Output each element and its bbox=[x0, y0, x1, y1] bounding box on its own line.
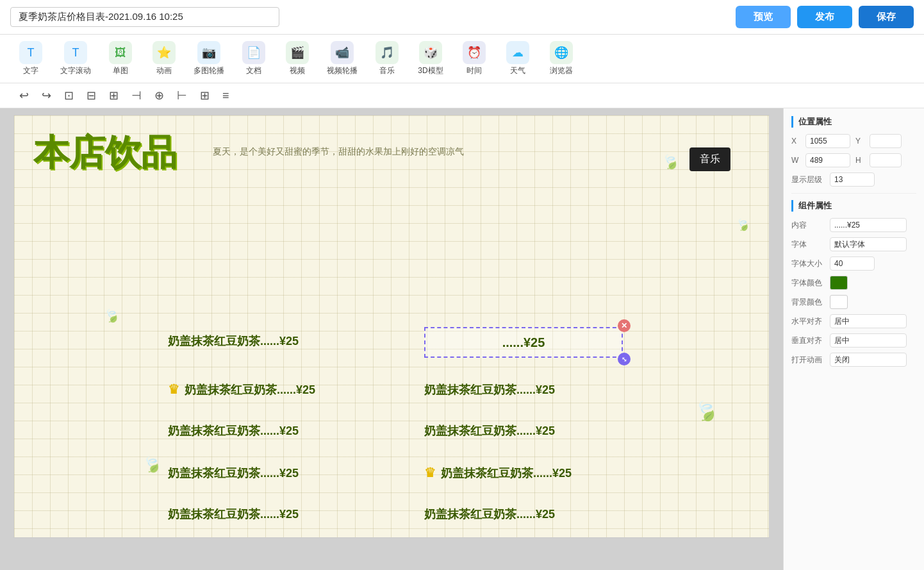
tool-item-text[interactable]: T 文字 bbox=[10, 38, 51, 79]
tool-icon-anim: ⭐ bbox=[153, 41, 176, 64]
undo-button[interactable]: ↩ bbox=[15, 86, 33, 105]
menu-item-left-2[interactable]: ♛奶盖抹茶红豆奶茶......¥25 bbox=[168, 381, 411, 398]
tool-item-time[interactable]: ⏰ 时间 bbox=[454, 38, 495, 79]
tool-item-music[interactable]: 🎵 音乐 bbox=[367, 38, 408, 79]
h-input[interactable] bbox=[870, 153, 902, 167]
align-center-h-button[interactable]: ⊟ bbox=[83, 86, 100, 105]
canvas-title[interactable]: 本店饮品 bbox=[33, 135, 177, 171]
content-input[interactable] bbox=[830, 218, 907, 232]
tool-item-weather[interactable]: ☁ 天气 bbox=[497, 38, 538, 79]
y-input[interactable] bbox=[870, 134, 902, 148]
layer-input[interactable] bbox=[830, 172, 875, 187]
close-handle[interactable]: ✕ bbox=[618, 319, 631, 332]
valign-input[interactable] bbox=[830, 333, 907, 348]
anim-input[interactable] bbox=[830, 353, 907, 367]
crown-icon-2: ♛ bbox=[168, 382, 179, 396]
align-left-button[interactable]: ⊣ bbox=[128, 86, 145, 105]
music-badge[interactable]: 音乐 bbox=[689, 147, 730, 171]
publish-button[interactable]: 发布 bbox=[797, 6, 852, 28]
tool-item-doc[interactable]: 📄 文档 bbox=[233, 38, 274, 79]
menu-item-right-2[interactable]: 奶盖抹茶红豆奶茶......¥25 bbox=[411, 382, 725, 398]
tool-item-model3d[interactable]: 🎲 3D模型 bbox=[410, 38, 451, 79]
w-input[interactable] bbox=[805, 153, 850, 167]
resize-handle[interactable]: ⤡ bbox=[618, 353, 631, 365]
tool-item-text-scroll[interactable]: T 文字滚动 bbox=[54, 38, 97, 79]
tool-item-multi-img[interactable]: 📷 多图轮播 bbox=[187, 38, 231, 79]
crown-icon-4: ♛ bbox=[424, 465, 436, 480]
toolbar: T 文字 T 文字滚动 🖼 单图 ⭐ 动画 📷 多图轮播 📄 文档 🎬 视频 📹… bbox=[0, 35, 924, 83]
tool-item-carousel[interactable]: 📹 视频轮播 bbox=[320, 38, 364, 79]
menu-row-1: 奶盖抹茶红豆奶茶......¥25 ✕ ......¥25 ⤡ bbox=[168, 333, 725, 349]
tool-label-browser: 浏览器 bbox=[550, 65, 573, 76]
fontcolor-swatch[interactable] bbox=[830, 276, 848, 290]
preview-button[interactable]: 预览 bbox=[736, 6, 791, 28]
menu-item-left-4[interactable]: 奶盖抹茶红豆奶茶......¥25 bbox=[168, 465, 411, 481]
tool-icon-doc: 📄 bbox=[242, 41, 265, 64]
halign-input[interactable] bbox=[830, 314, 907, 328]
font-input[interactable] bbox=[830, 237, 907, 251]
align-right-button[interactable]: ⊢ bbox=[173, 86, 191, 105]
redo-button[interactable]: ↪ bbox=[38, 86, 55, 105]
menu-item-right-3[interactable]: 奶盖抹茶红豆奶茶......¥25 bbox=[411, 423, 725, 439]
tool-item-browser[interactable]: 🌐 浏览器 bbox=[541, 38, 582, 79]
save-button[interactable]: 保存 bbox=[859, 6, 914, 28]
x-input[interactable] bbox=[805, 134, 850, 148]
menu-item-right-5[interactable]: 奶盖抹茶红豆奶茶......¥25 bbox=[411, 507, 725, 522]
tool-label-model3d: 3D模型 bbox=[418, 65, 443, 76]
tool-icon-weather: ☁ bbox=[506, 41, 529, 64]
valign-row: 垂直对齐 bbox=[791, 333, 916, 348]
fontsize-input[interactable] bbox=[830, 256, 875, 271]
tool-label-anim: 动画 bbox=[156, 65, 172, 76]
content-label: 内容 bbox=[791, 220, 830, 231]
tool-icon-browser: 🌐 bbox=[550, 41, 573, 64]
font-row: 字体 bbox=[791, 237, 916, 251]
canvas[interactable]: 本店饮品 夏天，是个美好又甜蜜的季节，甜甜的水果加上刚好的空调凉气 音乐 🍃 🍃… bbox=[13, 115, 770, 538]
tool-icon-video: 🎬 bbox=[286, 41, 309, 64]
menu-row-2: ♛奶盖抹茶红豆奶茶......¥25 奶盖抹茶红豆奶茶......¥25 bbox=[168, 381, 725, 398]
tool-label-weather: 天气 bbox=[510, 65, 525, 76]
tool-icon-text-scroll: T bbox=[64, 41, 87, 64]
align-left-top-button[interactable]: ⊡ bbox=[60, 86, 78, 105]
right-panel: 位置属性 X Y W H 显示层级 组件属性 内容 字体 字体 bbox=[783, 108, 924, 570]
main-area: 本店饮品 夏天，是个美好又甜蜜的季节，甜甜的水果加上刚好的空调凉气 音乐 🍃 🍃… bbox=[0, 108, 924, 570]
w-label: W bbox=[791, 156, 800, 165]
align-bottom-button[interactable]: ⊞ bbox=[105, 86, 122, 105]
distribute-v-button[interactable]: ≡ bbox=[219, 87, 233, 105]
y-label: Y bbox=[855, 137, 864, 146]
align-bar: ↩ ↪ ⊡ ⊟ ⊞ ⊣ ⊕ ⊢ ⊞ ≡ bbox=[0, 83, 924, 108]
selected-content: ......¥25 bbox=[502, 335, 545, 350]
menu-row-5: 奶盖抹茶红豆奶茶......¥25 奶盖抹茶红豆奶茶......¥25 bbox=[168, 507, 725, 522]
top-bar: 预览 发布 保存 bbox=[0, 0, 924, 35]
selected-box[interactable]: ✕ ......¥25 ⤡ bbox=[424, 327, 623, 358]
top-buttons: 预览 发布 保存 bbox=[736, 6, 914, 28]
title-input[interactable] bbox=[10, 7, 279, 27]
component-section-title: 组件属性 bbox=[791, 200, 916, 212]
bgcolor-swatch[interactable] bbox=[830, 295, 848, 309]
canvas-container[interactable]: 本店饮品 夏天，是个美好又甜蜜的季节，甜甜的水果加上刚好的空调凉气 音乐 🍃 🍃… bbox=[0, 108, 783, 570]
fontsize-row: 字体大小 bbox=[791, 256, 916, 271]
tool-label-music: 音乐 bbox=[379, 65, 395, 76]
fontsize-label: 字体大小 bbox=[791, 258, 830, 269]
layer-label: 显示层级 bbox=[791, 174, 830, 185]
tool-icon-single-img: 🖼 bbox=[109, 41, 132, 64]
tool-icon-model3d: 🎲 bbox=[419, 41, 442, 64]
menu-item-left-1[interactable]: 奶盖抹茶红豆奶茶......¥25 bbox=[168, 333, 411, 349]
menu-item-left-3[interactable]: 奶盖抹茶红豆奶茶......¥25 bbox=[168, 423, 411, 439]
canvas-subtitle[interactable]: 夏天，是个美好又甜蜜的季节，甜甜的水果加上刚好的空调凉气 bbox=[213, 146, 533, 158]
menu-item-left-5[interactable]: 奶盖抹茶红豆奶茶......¥25 bbox=[168, 507, 411, 522]
bgcolor-label: 背景颜色 bbox=[791, 297, 830, 308]
tool-item-video[interactable]: 🎬 视频 bbox=[277, 38, 318, 79]
tool-item-anim[interactable]: ⭐ 动画 bbox=[144, 38, 185, 79]
menu-item-right-4[interactable]: ♛奶盖抹茶红豆奶茶......¥25 bbox=[411, 465, 725, 481]
align-center-v-button[interactable]: ⊕ bbox=[151, 86, 168, 105]
tool-item-single-img[interactable]: 🖼 单图 bbox=[100, 38, 141, 79]
tool-label-text-scroll: 文字滚动 bbox=[60, 65, 91, 76]
tool-label-multi-img: 多图轮播 bbox=[194, 65, 224, 76]
halign-label: 水平对齐 bbox=[791, 316, 830, 327]
x-label: X bbox=[791, 137, 800, 146]
anim-row: 打开动画 bbox=[791, 353, 916, 367]
tool-label-single-img: 单图 bbox=[113, 65, 128, 76]
tool-label-time: 时间 bbox=[466, 65, 482, 76]
distribute-h-button[interactable]: ⊞ bbox=[196, 86, 213, 105]
tool-label-video: 视频 bbox=[290, 65, 305, 76]
